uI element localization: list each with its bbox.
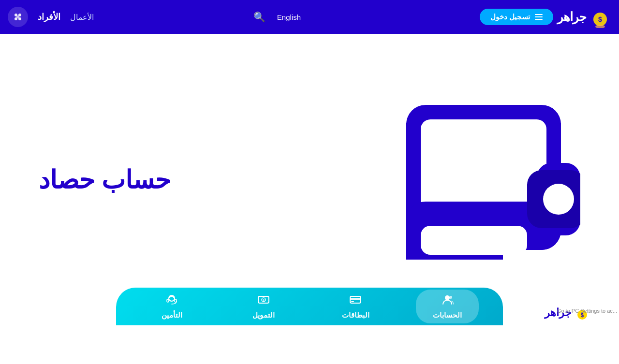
svg-text:$: $: [598, 15, 602, 23]
login-button[interactable]: تسجيل دخول: [480, 9, 553, 25]
windows-watermark: Go to PC Settings to ac...: [557, 308, 619, 314]
tab-cards-label: البطاقات: [342, 311, 369, 320]
page-title: حساب حصاد: [39, 165, 171, 194]
svg-point-16: [445, 295, 450, 300]
login-label: تسجيل دخول: [490, 13, 530, 21]
page-title-area: حساب حصاد: [39, 165, 171, 194]
svg-point-7: [16, 15, 19, 18]
logo-text: جراهر: [557, 10, 586, 25]
wallet-illustration: [397, 86, 580, 274]
svg-point-13: [543, 184, 574, 215]
svg-text:$: $: [263, 299, 265, 302]
account-icon-button[interactable]: [8, 7, 28, 27]
navbar-left: الأعمال الأفراد: [8, 7, 94, 27]
hamburger-icon: [535, 14, 543, 20]
logo-icon: $: [589, 6, 611, 28]
cards-icon: [349, 293, 362, 309]
tab-insurance-label: التأمين: [162, 311, 182, 320]
navbar-right: $ جراهر تسجيل دخول: [480, 6, 611, 28]
navbar-center: English 🔍: [253, 11, 301, 23]
tab-finance[interactable]: $ التمويل: [232, 290, 295, 323]
search-icon[interactable]: 🔍: [253, 11, 265, 23]
insurance-icon: [165, 293, 178, 309]
tab-accounts[interactable]: الحسابات: [416, 290, 479, 323]
svg-rect-15: [421, 226, 527, 255]
finance-icon: $: [257, 293, 270, 309]
svg-rect-20: [351, 301, 354, 302]
app-grid-icon: [12, 11, 24, 23]
tab-accounts-label: الحسابات: [433, 311, 462, 320]
main-content: حساب حصاد الحسابات: [0, 34, 619, 325]
tab-insurance[interactable]: التأمين: [140, 290, 203, 323]
svg-rect-19: [350, 298, 361, 300]
nav-business-link[interactable]: الأعمال: [70, 13, 94, 22]
navbar: $ جراهر تسجيل دخول English 🔍 الأعمال الأ…: [0, 0, 619, 34]
svg-point-17: [449, 296, 452, 299]
accounts-icon: [441, 293, 454, 309]
tab-cards[interactable]: البطاقات: [324, 290, 387, 323]
tab-finance-label: التمويل: [252, 311, 275, 320]
bottom-tab-bar: الحسابات البطاقات $ التمويل: [116, 288, 503, 325]
svg-rect-25: [167, 299, 169, 302]
logo-area: $ جراهر: [557, 6, 611, 28]
language-button[interactable]: English: [277, 13, 301, 21]
nav-individuals-link[interactable]: الأفراد: [38, 12, 60, 22]
